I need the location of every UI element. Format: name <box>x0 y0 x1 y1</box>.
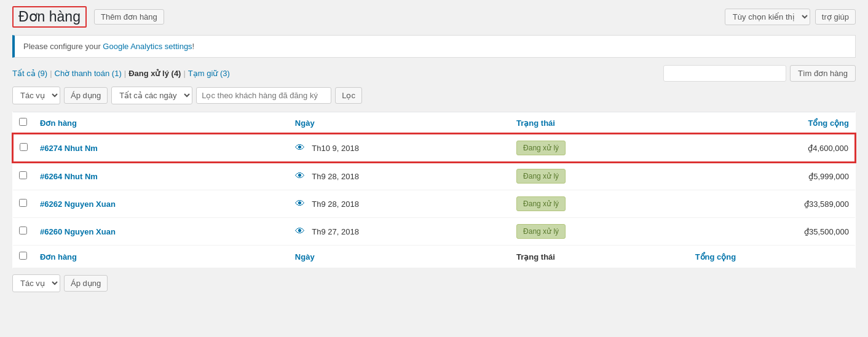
row-order-cell: #6264 Nhut Nm <box>34 162 289 190</box>
row-order-cell: #6260 Nguyen Xuan <box>34 218 289 246</box>
notice-text-after: ! <box>192 42 195 51</box>
order-link[interactable]: #6274 Nhut Nm <box>40 144 98 153</box>
row-checkbox[interactable] <box>20 143 28 151</box>
row-date: Th9 27, 2018 <box>312 227 359 236</box>
orders-table: Đơn hàng Ngày Trạng thái Tổng cộng #6274… <box>12 112 856 268</box>
customer-filter-input[interactable] <box>196 87 331 104</box>
order-link[interactable]: #6264 Nhut Nm <box>40 172 98 181</box>
row-status-cell: Đang xử lý <box>510 190 689 218</box>
row-status-cell: Đang xử lý <box>510 134 689 162</box>
view-icon[interactable]: 👁 <box>295 171 305 181</box>
col-total: Tổng cộng <box>689 112 855 134</box>
row-checkbox-cell <box>13 134 34 162</box>
row-checkbox[interactable] <box>19 227 27 234</box>
tab-processing[interactable]: Đang xử lý (4) <box>128 69 181 78</box>
row-order-cell: #6274 Nhut Nm <box>34 134 289 162</box>
select-all-checkbox[interactable] <box>19 118 27 126</box>
table-row: #6274 Nhut Nm 👁 Th10 9, 2018 Đang xử lý … <box>13 134 855 162</box>
bottom-apply-button[interactable]: Áp dụng <box>64 275 108 292</box>
view-icon[interactable]: 👁 <box>295 198 305 209</box>
search-orders-button[interactable]: Tìm đơn hàng <box>790 65 856 82</box>
view-options-select[interactable]: Tùy chọn kiến thị <box>725 9 810 25</box>
analytics-link[interactable]: Google Analytics settings <box>103 42 192 51</box>
order-link[interactable]: #6260 Nguyen Xuan <box>40 227 116 236</box>
search-input[interactable] <box>663 65 786 82</box>
tab-on-hold[interactable]: Tạm giữ (3) <box>188 69 230 78</box>
tab-pending[interactable]: Chờ thanh toán (1) <box>55 69 122 78</box>
row-checkbox[interactable] <box>19 171 27 179</box>
view-icon[interactable]: 👁 <box>295 142 305 153</box>
footer-col-date: Ngày <box>289 246 510 268</box>
col-order: Đơn hàng <box>34 112 289 134</box>
table-header-row: Đơn hàng Ngày Trạng thái Tổng cộng <box>13 112 855 134</box>
table-row: #6260 Nguyen Xuan 👁 Th9 27, 2018 Đang xử… <box>13 218 855 246</box>
row-date: Th9 28, 2018 <box>312 172 359 181</box>
footer-col-order: Đơn hàng <box>34 246 289 268</box>
bottom-action-select[interactable]: Tác vụ Xóa <box>12 274 60 292</box>
footer-col-total: Tổng cộng <box>689 246 855 268</box>
filter-button[interactable]: Lọc <box>335 87 362 104</box>
apply-action-button[interactable]: Áp dụng <box>64 87 108 104</box>
status-badge: Đang xử lý <box>516 169 566 184</box>
status-badge: Đang xử lý <box>516 141 566 155</box>
footer-col-status: Trạng thái <box>510 246 689 268</box>
table-row: #6264 Nhut Nm 👁 Th9 28, 2018 Đang xử lý … <box>13 162 855 190</box>
table-row: #6262 Nguyen Xuan 👁 Th9 28, 2018 Đang xử… <box>13 190 855 218</box>
footer-check-col <box>13 246 34 268</box>
row-total-cell: ₫4,600,000 <box>689 134 855 162</box>
row-date: Th9 28, 2018 <box>312 199 359 209</box>
status-badge: Đang xử lý <box>516 196 566 211</box>
row-checkbox[interactable] <box>19 199 27 207</box>
table-footer-row: Đơn hàng Ngày Trạng thái Tổng cộng <box>13 246 855 268</box>
row-checkbox-cell <box>13 218 34 246</box>
action-select[interactable]: Tác vụ Xóa <box>12 87 60 104</box>
row-date-cell: 👁 Th9 27, 2018 <box>289 218 510 246</box>
order-link[interactable]: #6262 Nguyen Xuan <box>40 199 116 209</box>
row-checkbox-cell <box>13 190 34 218</box>
tab-all[interactable]: Tất cả (9) <box>12 69 47 78</box>
status-badge: Đang xử lý <box>516 224 566 239</box>
footer-select-all-checkbox[interactable] <box>19 252 27 260</box>
row-total-cell: ₫35,500,000 <box>689 218 855 246</box>
row-checkbox-cell <box>13 162 34 190</box>
date-filter-select[interactable]: Tất cả các ngày Tháng 9 2018 Tháng 10 20… <box>111 87 192 104</box>
col-status: Trạng thái <box>510 112 689 134</box>
row-date: Th10 9, 2018 <box>312 144 359 153</box>
row-total-cell: ₫5,999,000 <box>689 162 855 190</box>
row-status-cell: Đang xử lý <box>510 218 689 246</box>
help-button[interactable]: trợ giúp <box>815 9 856 25</box>
row-status-cell: Đang xử lý <box>510 162 689 190</box>
notice-bar: Please configure your Google Analytics s… <box>12 35 856 58</box>
row-order-cell: #6262 Nguyen Xuan <box>34 190 289 218</box>
row-date-cell: 👁 Th9 28, 2018 <box>289 190 510 218</box>
row-total-cell: ₫33,589,000 <box>689 190 855 218</box>
notice-text-before: Please configure your <box>23 42 103 51</box>
page-title: Đơn hàng <box>12 6 87 28</box>
row-date-cell: 👁 Th10 9, 2018 <box>289 134 510 162</box>
select-all-col <box>13 112 34 134</box>
orders-table-container: Đơn hàng Ngày Trạng thái Tổng cộng #6274… <box>12 112 856 268</box>
bottom-bar: Tác vụ Xóa Áp dụng <box>12 274 856 292</box>
col-date: Ngày <box>289 112 510 134</box>
add-order-button[interactable]: Thêm đơn hàng <box>94 9 164 25</box>
view-icon[interactable]: 👁 <box>295 226 305 236</box>
filter-tabs-row: Tất cả (9) | Chờ thanh toán (1) | Đang x… <box>12 69 230 78</box>
row-date-cell: 👁 Th9 28, 2018 <box>289 162 510 190</box>
